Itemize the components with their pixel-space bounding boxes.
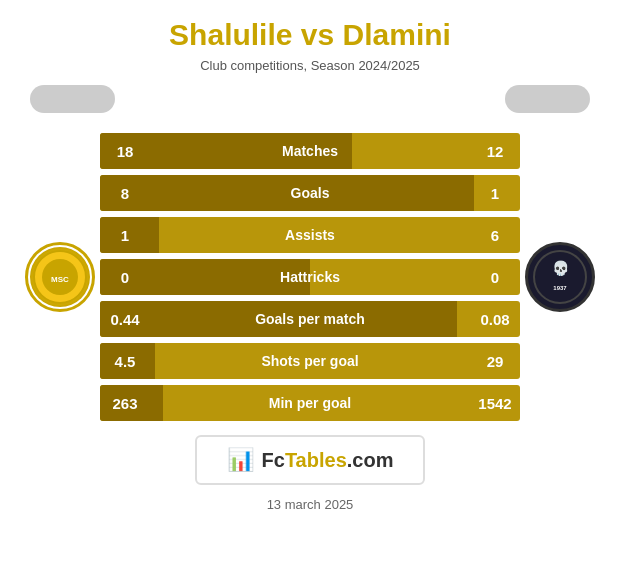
- svg-text:1937: 1937: [553, 285, 567, 291]
- stat-left-value: 4.5: [100, 353, 150, 370]
- left-team-logo: MSC: [20, 242, 100, 312]
- stat-right-value: 0.08: [470, 311, 520, 328]
- svg-point-3: [534, 251, 586, 303]
- stat-label: Matches: [150, 143, 470, 159]
- stat-left-value: 0.44: [100, 311, 150, 328]
- stat-row: 263Min per goal1542: [100, 385, 520, 421]
- stat-row: 18Matches12: [100, 133, 520, 169]
- stat-right-value: 6: [470, 227, 520, 244]
- stat-row: 1Assists6: [100, 217, 520, 253]
- stat-row: 8Goals1: [100, 175, 520, 211]
- stat-left-value: 18: [100, 143, 150, 160]
- stat-label: Goals: [150, 185, 470, 201]
- subtitle: Club competitions, Season 2024/2025: [200, 58, 420, 73]
- stat-label: Shots per goal: [150, 353, 470, 369]
- stat-row: 4.5Shots per goal29: [100, 343, 520, 379]
- page-title: Shalulile vs Dlamini: [169, 18, 451, 52]
- date-footer: 13 march 2025: [267, 497, 354, 512]
- right-placeholder-oval: [505, 85, 590, 113]
- right-team-logo: 💀 1937: [520, 242, 600, 312]
- svg-text:MSC: MSC: [51, 275, 69, 284]
- stat-label: Hattricks: [150, 269, 470, 285]
- stat-row: 0Hattricks0: [100, 259, 520, 295]
- stat-right-value: 0: [470, 269, 520, 286]
- stat-left-value: 0: [100, 269, 150, 286]
- stat-right-value: 1: [470, 185, 520, 202]
- left-placeholder-oval: [30, 85, 115, 113]
- stat-label: Min per goal: [150, 395, 470, 411]
- svg-text:💀: 💀: [552, 260, 570, 277]
- stat-left-value: 1: [100, 227, 150, 244]
- fctables-icon: 📊: [227, 447, 254, 473]
- stat-label: Goals per match: [150, 311, 470, 327]
- stat-row: 0.44Goals per match0.08: [100, 301, 520, 337]
- fctables-text: FcTables.com: [262, 449, 394, 472]
- stat-right-value: 1542: [470, 395, 520, 412]
- stat-label: Assists: [150, 227, 470, 243]
- stat-right-value: 29: [470, 353, 520, 370]
- stat-right-value: 12: [470, 143, 520, 160]
- fctables-banner[interactable]: 📊 FcTables.com: [195, 435, 426, 485]
- stat-left-value: 8: [100, 185, 150, 202]
- stats-container: 18Matches128Goals11Assists60Hattricks00.…: [100, 133, 520, 421]
- stat-left-value: 263: [100, 395, 150, 412]
